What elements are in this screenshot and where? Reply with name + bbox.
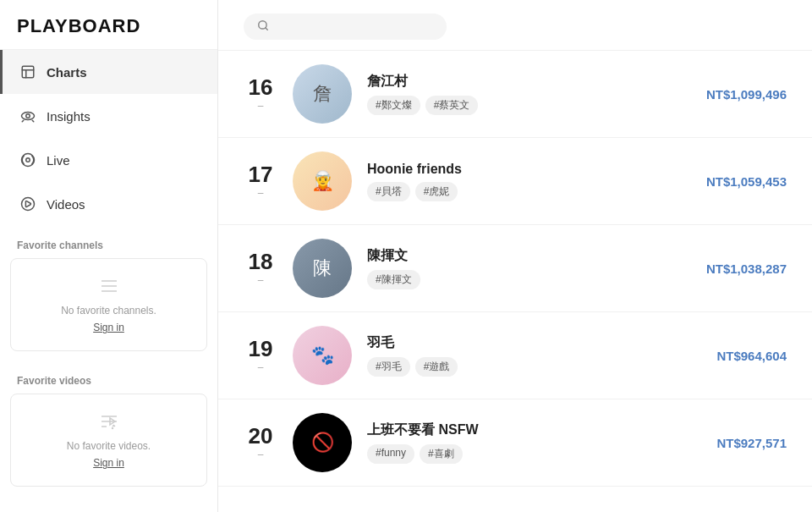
search-icon [257, 19, 269, 34]
main-content: 16 – 詹 詹江村 #鄭文燦#蔡英文 NT$1,099,496 17 – 🧝 … [218, 0, 812, 512]
svg-point-1 [26, 114, 30, 118]
rank-number: 18 [244, 250, 277, 273]
sidebar-live-label: Live [47, 153, 70, 168]
rank-change: – [244, 449, 277, 460]
channel-avatar: 陳 [293, 239, 352, 298]
channel-tags: #鄭文燦#蔡英文 [367, 96, 661, 115]
rank-change: – [244, 100, 277, 112]
rank-number: 16 [244, 76, 277, 98]
channel-tag: #喜劇 [420, 444, 463, 464]
videos-icon [19, 195, 36, 212]
channel-tag: #羽毛 [367, 357, 410, 377]
svg-point-3 [26, 158, 30, 162]
channel-avatar: 🐾 [293, 326, 352, 385]
rank-number: 20 [244, 425, 277, 447]
channel-tag: #虎妮 [415, 182, 458, 201]
sidebar-item-charts[interactable]: Charts [0, 50, 217, 94]
channel-revenue: NT$1,059,453 [677, 174, 787, 189]
channel-info: Hoonie friends #貝塔#虎妮 [367, 162, 661, 201]
rank-block: 20 – [244, 425, 277, 460]
channel-tag: #funny [367, 444, 414, 464]
sidebar-item-live[interactable]: Live [0, 138, 217, 182]
channel-avatar: 🚫 [293, 413, 352, 472]
svg-point-11 [112, 428, 112, 429]
channel-name: 上班不要看 NSFW [367, 421, 661, 439]
rank-change: – [244, 274, 277, 286]
channel-tags: #貝塔#虎妮 [367, 182, 661, 201]
channel-tag: #陳揮文 [367, 270, 420, 289]
favorite-channels-icon [99, 276, 119, 300]
rank-change: – [244, 187, 277, 199]
channel-info: 陳揮文 #陳揮文 [367, 247, 661, 289]
channel-tag: #鄭文燦 [367, 96, 420, 115]
channel-name: Hoonie friends [367, 162, 661, 177]
svg-line-13 [266, 28, 268, 30]
chart-row[interactable]: 19 – 🐾 羽毛 #羽毛#遊戲 NT$964,604 [218, 312, 812, 399]
insights-icon [19, 107, 36, 124]
sidebar-item-videos[interactable]: Videos [0, 182, 217, 226]
channel-tags: #陳揮文 [367, 270, 661, 289]
favorite-channels-sign-in[interactable]: Sign in [93, 322, 124, 333]
favorite-videos-section-label: Favorite videos [0, 361, 217, 394]
channel-tag: #貝塔 [367, 182, 410, 201]
channel-avatar: 🧝 [293, 151, 352, 211]
sidebar-nav: Charts Insights Live [0, 50, 217, 226]
rank-change: – [244, 361, 277, 373]
chart-icon [19, 63, 36, 80]
favorite-videos-empty-text: No favorite videos. [67, 440, 151, 452]
chart-row[interactable]: 17 – 🧝 Hoonie friends #貝塔#虎妮 NT$1,059,45… [218, 138, 812, 225]
rank-block: 17 – [244, 163, 277, 199]
favorite-channels-section-label: Favorite channels [0, 226, 217, 258]
favorite-channels-box: No favorite channels. Sign in [10, 258, 207, 351]
chart-row[interactable]: 18 – 陳 陳揮文 #陳揮文 NT$1,038,287 [218, 225, 812, 312]
channel-tags: #羽毛#遊戲 [367, 357, 661, 377]
channel-revenue: NT$927,571 [677, 436, 787, 450]
channel-info: 羽毛 #羽毛#遊戲 [367, 334, 661, 377]
channel-avatar: 詹 [293, 64, 352, 124]
app-logo: PLAYBOARD [0, 0, 217, 50]
sidebar: PLAYBOARD Charts Insights [0, 0, 218, 512]
sidebar-charts-label: Charts [47, 65, 87, 80]
search-input[interactable] [276, 20, 433, 34]
sidebar-insights-label: Insights [47, 109, 91, 124]
favorite-videos-sign-in[interactable]: Sign in [93, 457, 124, 469]
chart-row[interactable]: 20 – 🚫 上班不要看 NSFW #funny#喜劇 NT$927,571 [218, 399, 812, 487]
search-bar[interactable] [244, 14, 447, 40]
live-icon [19, 151, 36, 168]
svg-rect-0 [22, 66, 34, 78]
channel-revenue: NT$1,038,287 [677, 262, 787, 276]
channel-name: 陳揮文 [367, 247, 661, 265]
channel-info: 詹江村 #鄭文燦#蔡英文 [367, 73, 661, 115]
rank-block: 16 – [244, 76, 277, 112]
favorite-videos-icon [99, 411, 119, 435]
sidebar-item-insights[interactable]: Insights [0, 94, 217, 138]
channel-revenue: NT$964,604 [677, 349, 787, 363]
channel-name: 羽毛 [367, 334, 661, 352]
rank-number: 17 [244, 163, 277, 185]
favorite-videos-box: No favorite videos. Sign in [10, 394, 207, 487]
rank-block: 18 – [244, 250, 277, 286]
main-header [218, 0, 812, 51]
sidebar-videos-label: Videos [47, 197, 85, 212]
channel-tag: #蔡英文 [425, 96, 479, 115]
rank-block: 19 – [244, 338, 277, 373]
chart-list: 16 – 詹 詹江村 #鄭文燦#蔡英文 NT$1,099,496 17 – 🧝 … [218, 51, 812, 512]
channel-name: 詹江村 [367, 73, 661, 91]
channel-info: 上班不要看 NSFW #funny#喜劇 [367, 421, 661, 464]
channel-tag: #遊戲 [415, 357, 458, 377]
favorite-channels-empty-text: No favorite channels. [61, 305, 156, 317]
svg-point-4 [22, 198, 35, 211]
channel-revenue: NT$1,099,496 [677, 87, 787, 102]
chart-row[interactable]: 16 – 詹 詹江村 #鄭文燦#蔡英文 NT$1,099,496 [218, 51, 812, 138]
channel-tags: #funny#喜劇 [367, 444, 661, 464]
rank-number: 19 [244, 338, 277, 360]
